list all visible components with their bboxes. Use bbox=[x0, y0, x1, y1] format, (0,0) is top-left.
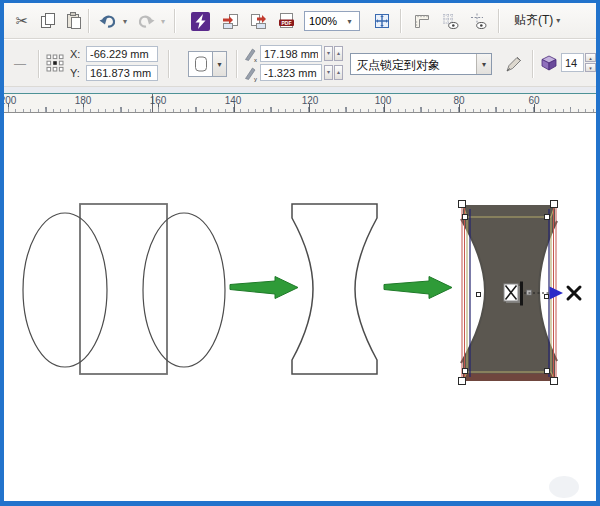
copy-vp-button[interactable] bbox=[502, 52, 526, 76]
svg-text:PDF: PDF bbox=[281, 20, 291, 26]
selection-handle[interactable] bbox=[551, 201, 558, 208]
copy-vp-icon bbox=[505, 55, 523, 73]
vp-y-spinner-up[interactable]: ▴ bbox=[334, 65, 343, 80]
minus-icon: — bbox=[14, 57, 26, 71]
redo-icon bbox=[136, 12, 156, 30]
paste-icon bbox=[65, 12, 83, 30]
vp-y-icon: y bbox=[244, 66, 258, 86]
selection-handle[interactable] bbox=[463, 215, 468, 220]
caret-down-icon: ▾ bbox=[123, 17, 127, 26]
selection-handle[interactable] bbox=[545, 215, 550, 220]
ruler-label: 120 bbox=[302, 95, 319, 106]
scissors-icon: ✂ bbox=[16, 12, 29, 30]
paste-button[interactable] bbox=[62, 9, 86, 33]
zoom-fit-button[interactable] bbox=[370, 9, 394, 33]
standard-toolbar: ✂ ▾ bbox=[4, 3, 596, 39]
flow-arrow-1[interactable] bbox=[230, 277, 298, 299]
x-position-label: X: bbox=[70, 48, 80, 60]
ruler-label: 100 bbox=[375, 95, 392, 106]
caret-down-icon: ▾ bbox=[217, 60, 221, 69]
show-rulers-button[interactable] bbox=[410, 9, 434, 33]
spinner-up-icon: ▴ bbox=[337, 50, 340, 56]
horizontal-ruler: 200 180 160 140 120 100 80 60 bbox=[4, 93, 596, 113]
pdf-icon: PDF bbox=[277, 12, 296, 30]
zoom-combobox[interactable]: ▾ bbox=[304, 11, 360, 31]
extrude-preset-button[interactable] bbox=[188, 51, 213, 77]
selection-handle[interactable] bbox=[545, 369, 550, 374]
undo-button[interactable] bbox=[96, 9, 120, 33]
undo-dropdown-button[interactable]: ▾ bbox=[119, 9, 131, 33]
zoom-level-input[interactable] bbox=[305, 15, 343, 27]
caret-down-icon: ▾ bbox=[476, 54, 491, 74]
flow-arrow-2[interactable] bbox=[384, 277, 452, 299]
separator bbox=[236, 50, 237, 78]
undo-icon bbox=[98, 12, 118, 30]
depth-input[interactable] bbox=[561, 53, 584, 72]
vanishing-point-marker[interactable] bbox=[568, 287, 580, 299]
import-icon bbox=[221, 12, 239, 30]
y-position-input[interactable] bbox=[86, 65, 158, 81]
trimmed-lens-shape[interactable] bbox=[292, 204, 377, 374]
vp-x-icon: x bbox=[244, 47, 258, 67]
show-guidelines-button[interactable] bbox=[466, 9, 490, 33]
show-grid-button[interactable] bbox=[438, 9, 462, 33]
ruler-label: 140 bbox=[225, 95, 242, 106]
property-bar: — X: Y: ▾ bbox=[4, 39, 596, 87]
vp-x-spinner-down[interactable]: ▾ bbox=[324, 46, 333, 61]
vp-x-input[interactable] bbox=[260, 45, 322, 62]
extruded-shape[interactable] bbox=[459, 201, 581, 386]
collapse-button[interactable]: — bbox=[14, 57, 26, 71]
spinner-up-icon: ▴ bbox=[337, 69, 340, 75]
preset-shape-icon bbox=[193, 55, 209, 73]
copy-icon bbox=[39, 12, 57, 30]
fit-page-icon bbox=[373, 12, 391, 30]
export-button[interactable] bbox=[246, 9, 270, 33]
separator bbox=[174, 9, 175, 33]
ruler-corner-icon bbox=[413, 12, 431, 30]
launcher-icon bbox=[191, 12, 210, 31]
vp-x-spinner-up[interactable]: ▴ bbox=[334, 46, 343, 61]
spinner-up-icon: ▴ bbox=[589, 55, 592, 61]
extrude-preset-dropdown[interactable]: ▾ bbox=[213, 51, 227, 77]
y-position-label: Y: bbox=[70, 67, 80, 79]
ruler-label: 80 bbox=[453, 95, 464, 106]
depth-spinner-down[interactable]: ▾ bbox=[585, 63, 596, 72]
canvas-artwork bbox=[4, 113, 596, 501]
drawing-canvas[interactable] bbox=[4, 113, 596, 501]
selection-handle[interactable] bbox=[459, 378, 466, 385]
vp-lock-select[interactable]: 灭点锁定到对象 ▾ bbox=[350, 53, 492, 75]
depth-spinner-up[interactable]: ▴ bbox=[585, 53, 596, 62]
snap-label: 贴齐(T) bbox=[514, 12, 553, 29]
x-position-input[interactable] bbox=[86, 46, 158, 62]
grid-eye-icon bbox=[441, 12, 459, 30]
selection-handle[interactable] bbox=[477, 293, 481, 297]
selection-handle[interactable] bbox=[551, 378, 558, 385]
selection-handle[interactable] bbox=[545, 295, 549, 299]
anchor-grid-icon bbox=[46, 54, 64, 72]
source-rectangle[interactable] bbox=[80, 204, 167, 374]
publish-pdf-button[interactable]: PDF bbox=[274, 9, 298, 33]
spinner-down-icon: ▾ bbox=[327, 50, 330, 56]
anchor-position-grid[interactable] bbox=[46, 54, 64, 76]
svg-text:y: y bbox=[254, 76, 257, 82]
ruler-label: 200 bbox=[4, 95, 16, 106]
redo-button[interactable] bbox=[134, 9, 158, 33]
caret-down-icon[interactable]: ▾ bbox=[343, 17, 356, 26]
import-button[interactable] bbox=[218, 9, 242, 33]
separator bbox=[168, 50, 169, 78]
spinner-down-icon: ▾ bbox=[589, 65, 592, 71]
vp-y-input[interactable] bbox=[260, 64, 322, 81]
copy-button[interactable] bbox=[36, 9, 60, 33]
redo-dropdown-button[interactable]: ▾ bbox=[157, 9, 169, 33]
vp-lock-value: 灭点锁定到对象 bbox=[351, 54, 476, 74]
app-window: ✂ ▾ bbox=[0, 0, 600, 506]
cut-button[interactable]: ✂ bbox=[10, 9, 34, 33]
ruler-label: 60 bbox=[528, 95, 539, 106]
application-launcher-button[interactable] bbox=[188, 9, 212, 33]
snap-menu-button[interactable]: 贴齐(T) ▾ bbox=[514, 12, 560, 29]
vp-y-spinner-down[interactable]: ▾ bbox=[324, 65, 333, 80]
selection-handle[interactable] bbox=[459, 201, 466, 208]
export-icon bbox=[249, 12, 267, 30]
depth-slider-bar[interactable] bbox=[520, 282, 523, 306]
selection-handle[interactable] bbox=[463, 369, 468, 374]
